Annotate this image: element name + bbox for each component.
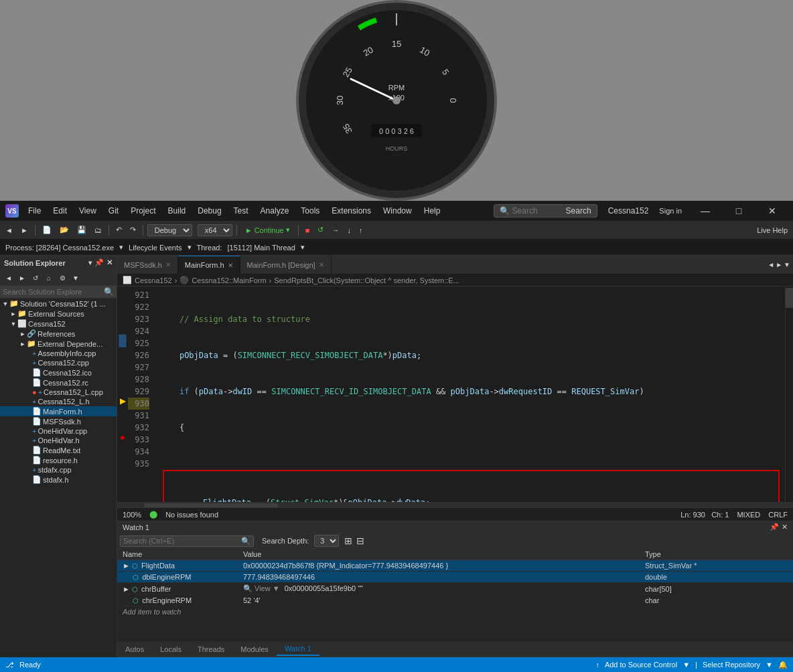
tree-readme[interactable]: ► 📄 ReadMe.txt xyxy=(0,445,117,455)
tree-onehidvarcpp[interactable]: ► + OneHidVar.cpp xyxy=(0,426,117,436)
debug-config-select[interactable]: Debug xyxy=(147,224,192,236)
watch-view-icon[interactable]: 🔍 View ▼ xyxy=(243,584,280,592)
tree-stdafxh[interactable]: ► 📄 stdafx.h xyxy=(0,475,117,485)
menu-analyze[interactable]: Analyze xyxy=(255,203,295,218)
watch-search-box[interactable]: 🔍 xyxy=(120,535,254,547)
tab-mainformh-design-close[interactable]: ✕ xyxy=(319,261,324,268)
se-back-btn[interactable]: ◄ xyxy=(3,272,15,284)
tree-cessna152lh[interactable]: ► + Cessna152_L.h xyxy=(0,397,117,406)
step-over-button[interactable]: → xyxy=(329,225,342,236)
tab-mainformh[interactable]: MainForm.h ✕ xyxy=(178,256,240,274)
se-filter-btn[interactable]: ▼ xyxy=(70,272,82,284)
undo-button[interactable]: ↶ xyxy=(113,224,125,236)
watch-search-input[interactable] xyxy=(123,537,241,545)
step-out-button[interactable]: ↑ xyxy=(356,225,366,236)
save-all-button[interactable]: 🗂 xyxy=(92,225,104,236)
tree-onehidvarh[interactable]: ► + OneHidVar.h xyxy=(0,436,117,445)
watch-row-chrenginerpm[interactable]: ⬡ chrEngineRPM 52 '4' char xyxy=(117,595,793,606)
add-source-control[interactable]: Add to Source Control xyxy=(605,661,677,669)
zoom-level[interactable]: 100% xyxy=(123,511,141,519)
watch-row-chrbuffer[interactable]: ► ⬡ chrBuffer 🔍 View ▼ 0x00000055a15fe9b… xyxy=(117,583,793,595)
menu-debug[interactable]: Debug xyxy=(192,203,226,218)
forward-button[interactable]: ► xyxy=(18,225,31,236)
tree-cessna152[interactable]: ▼ ⬜ Cessna152 xyxy=(0,319,117,329)
restart-button[interactable]: ↺ xyxy=(315,224,326,236)
editor-scrollbar[interactable] xyxy=(785,286,793,502)
watch-close-icon[interactable]: ✕ xyxy=(782,523,788,531)
tree-mainformh[interactable]: ► 📄 MainForm.h xyxy=(0,406,117,416)
notification-icon[interactable]: 🔔 xyxy=(778,661,788,669)
tab-mainformh-design[interactable]: MainForm.h [Design] ✕ xyxy=(240,256,332,274)
tree-assemblyinfo[interactable]: ► + AssemblyInfo.cpp xyxy=(0,349,117,358)
tree-msfssdk[interactable]: ► 📄 MSFSsdk.h xyxy=(0,416,117,426)
menu-extensions[interactable]: Extensions xyxy=(326,203,376,218)
menu-view[interactable]: View xyxy=(74,203,102,218)
menu-build[interactable]: Build xyxy=(163,203,192,218)
live-help-button[interactable]: Live Help xyxy=(754,225,790,236)
menu-file[interactable]: File xyxy=(23,203,46,218)
close-button[interactable]: ✕ xyxy=(757,201,788,221)
watch-expand-flightdata[interactable]: ► xyxy=(123,562,130,570)
maximize-button[interactable]: □ xyxy=(723,201,754,221)
debug-tab-threads[interactable]: Threads xyxy=(190,643,232,655)
scroll-down-icon[interactable]: ► xyxy=(776,261,782,268)
se-search-input[interactable] xyxy=(3,288,104,296)
tree-cessna152ico[interactable]: ► 📄 Cessna152.ico xyxy=(0,367,117,377)
platform-select[interactable]: x64 xyxy=(198,224,232,236)
debug-tab-watch1[interactable]: Watch 1 xyxy=(277,643,319,656)
tree-ext-deps[interactable]: ► 📁 External Depende... xyxy=(0,339,117,349)
tree-cessna152lcpp[interactable]: ► ● + Cessna152_L.cpp xyxy=(0,388,117,397)
se-search-icon[interactable]: 🔍 xyxy=(104,287,114,297)
tab-list-icon[interactable]: ▼ xyxy=(784,261,790,268)
scroll-up-icon[interactable]: ◄ xyxy=(768,261,774,268)
debug-tab-modules[interactable]: Modules xyxy=(232,643,277,655)
lifecycle-dropdown[interactable]: ▾ xyxy=(188,243,192,252)
title-search-input[interactable] xyxy=(512,206,566,216)
breadcrumb-method[interactable]: SendRptsBt_Click(System::Object ^ sender… xyxy=(274,276,459,284)
breadcrumb-class[interactable]: Cessna152::MainForm xyxy=(192,276,266,284)
se-settings-btn[interactable]: ⚙ xyxy=(56,272,68,284)
debug-tab-locals[interactable]: Locals xyxy=(152,643,190,655)
thread-dropdown[interactable]: ▾ xyxy=(301,243,305,252)
tree-stdafxcpp[interactable]: ► + stdafx.cpp xyxy=(0,465,117,475)
menu-test[interactable]: Test xyxy=(228,203,254,218)
debug-tab-autos[interactable]: Autos xyxy=(117,643,152,655)
watch-depth-select[interactable]: 3 xyxy=(314,535,339,547)
code-content[interactable]: // Assign data to structure pObjData = (… xyxy=(155,286,785,502)
tree-resourceh[interactable]: ► 📄 resource.h xyxy=(0,455,117,465)
process-dropdown[interactable]: ▾ xyxy=(119,243,123,252)
watch-row-flightdata[interactable]: ► ⬡ FlightData 0x00000234d7b867f8 {RPM_I… xyxy=(117,560,793,572)
tab-mainformh-close[interactable]: ✕ xyxy=(228,262,233,269)
title-search-box[interactable]: 🔍 Search xyxy=(494,204,597,218)
se-close-icon[interactable]: ✕ xyxy=(106,258,113,267)
breadcrumb-project[interactable]: Cessna152 xyxy=(135,276,172,284)
menu-git[interactable]: Git xyxy=(103,203,124,218)
tree-external-sources[interactable]: ► 📁 External Sources xyxy=(0,309,117,319)
tree-references[interactable]: ► 🔗 References xyxy=(0,329,117,339)
menu-tools[interactable]: Tools xyxy=(295,203,325,218)
menu-window[interactable]: Window xyxy=(378,203,417,218)
watch-row-dblenginerpm[interactable]: ⬡ dblEngineRPM 777.94839468497446 double xyxy=(117,572,793,583)
tree-cessna152rc[interactable]: ► 📄 Cessna152.rc xyxy=(0,377,117,388)
se-pin-icon[interactable]: 📌 xyxy=(94,258,104,267)
select-repository[interactable]: Select Repository xyxy=(703,661,760,669)
tab-msfssdk[interactable]: MSFSsdk.h ✕ xyxy=(117,256,178,274)
tab-msfssdk-close[interactable]: ✕ xyxy=(165,261,171,268)
minimize-button[interactable]: — xyxy=(690,201,721,221)
se-refresh-btn[interactable]: ↺ xyxy=(29,272,42,284)
se-home-btn[interactable]: ⌂ xyxy=(43,272,55,284)
watch-add-item[interactable]: Add item to watch xyxy=(117,606,793,617)
repo-dropdown[interactable]: ▼ xyxy=(766,661,773,669)
tree-solution[interactable]: ▼ 📁 Solution 'Cessna152' (1 ... xyxy=(0,299,117,309)
menu-project[interactable]: Project xyxy=(125,203,161,218)
source-control-dropdown[interactable]: ▼ xyxy=(682,661,690,669)
save-button[interactable]: 💾 xyxy=(74,224,89,236)
editor-hscroll[interactable] xyxy=(117,502,793,507)
debug-stop-button[interactable]: ■ xyxy=(303,225,313,236)
open-button[interactable]: 📂 xyxy=(57,224,72,236)
step-into-button[interactable]: ↓ xyxy=(344,225,354,236)
watch-pin-icon[interactable]: 📌 xyxy=(770,523,779,531)
sign-in-button[interactable]: Sign in xyxy=(654,207,687,215)
se-forward-btn[interactable]: ► xyxy=(16,272,28,284)
redo-button[interactable]: ↷ xyxy=(127,224,139,236)
